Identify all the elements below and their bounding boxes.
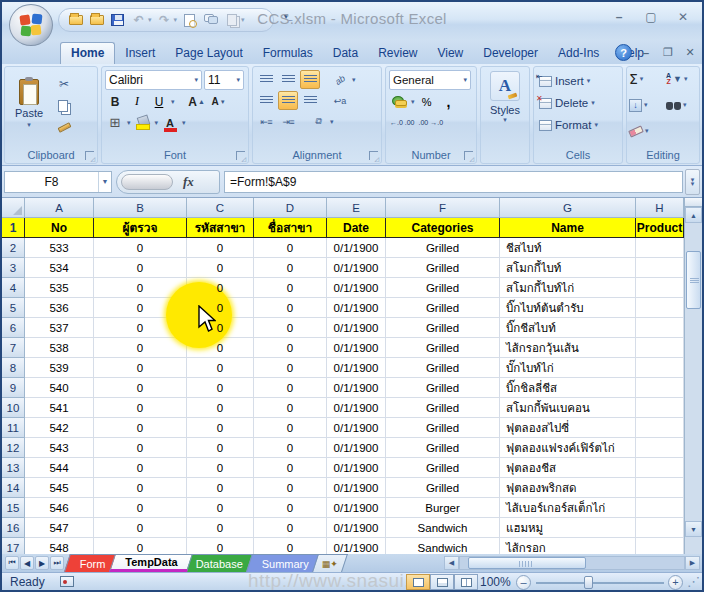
cell-e5[interactable]: 0/1/1900 [327,298,386,318]
cell-d14[interactable]: 0 [254,478,327,498]
cell-e7[interactable]: 0/1/1900 [327,338,386,358]
cell-h14[interactable] [636,478,684,498]
center-button[interactable] [278,91,298,110]
cell-a11[interactable]: 542 [25,418,94,438]
autosum-button[interactable]: Σ▾ [629,69,658,89]
row-header-2[interactable]: 2 [2,238,25,258]
borders-dropdown-arrow[interactable]: ▾ [127,119,131,127]
header-cell-e1[interactable]: Date [327,218,386,238]
page-layout-view-button[interactable] [430,574,454,590]
styles-dropdown-arrow[interactable]: ▾ [503,116,507,124]
cell-c9[interactable]: 0 [187,378,254,398]
row-header-13[interactable]: 13 [2,458,25,478]
fill-button[interactable]: ↓▾ [629,95,658,115]
find-select-button[interactable]: ▾ [666,95,697,115]
row-header-16[interactable]: 16 [2,518,25,538]
merge-center-dropdown-arrow[interactable]: ▾ [330,118,334,126]
cell-a13[interactable]: 544 [25,458,94,478]
styles-group[interactable]: A Styles ▾ [480,66,530,164]
cell-c2[interactable]: 0 [187,238,254,258]
decrease-font-size-button[interactable]: A▼ [209,92,229,111]
cell-h6[interactable] [636,318,684,338]
header-cell-f1[interactable]: Categories [386,218,500,238]
header-cell-b1[interactable]: ผู้ตรวจ [94,218,187,238]
cell-d12[interactable]: 0 [254,438,327,458]
format-cells-button[interactable]: Format▾ [537,114,619,136]
column-header-d[interactable]: D [254,198,327,218]
cell-f2[interactable]: Grilled [386,238,500,258]
cell-b13[interactable]: 0 [94,458,187,478]
sort-filter-button[interactable]: AZ▼▾ [666,69,697,89]
column-header-a[interactable]: A [25,198,94,218]
column-header-g[interactable]: G [500,198,636,218]
normal-view-button[interactable] [406,574,430,590]
row-header-3[interactable]: 3 [2,258,25,278]
column-header-c[interactable]: C [187,198,254,218]
cell-g16[interactable]: แฮมหมู [500,518,636,538]
insert-function-button[interactable]: fx [116,170,220,194]
window-minimize-icon[interactable]: – [638,47,654,59]
cell-g5[interactable]: บิ๊กไบท์ต้นตำรับ [500,298,636,318]
cell-e8[interactable]: 0/1/1900 [327,358,386,378]
cell-b12[interactable]: 0 [94,438,187,458]
cell-f16[interactable]: Sandwich [386,518,500,538]
accounting-format-button[interactable] [389,92,409,111]
cell-a3[interactable]: 534 [25,258,94,278]
ribbon-tab-add-ins[interactable]: Add-Ins [548,43,609,64]
cell-c3[interactable]: 0 [187,258,254,278]
row-header-15[interactable]: 15 [2,498,25,518]
cell-f11[interactable]: Grilled [386,418,500,438]
bottom-align-button[interactable] [300,70,320,89]
cell-c15[interactable]: 0 [187,498,254,518]
cell-d7[interactable]: 0 [254,338,327,358]
cell-e10[interactable]: 0/1/1900 [327,398,386,418]
cell-h8[interactable] [636,358,684,378]
cell-e11[interactable]: 0/1/1900 [327,418,386,438]
header-cell-c1[interactable]: รหัสสาขา [187,218,254,238]
insert-cells-button[interactable]: ⇤Insert▾ [537,70,619,92]
name-box[interactable]: F8 ▼ [4,171,112,193]
underline-dropdown-arrow[interactable]: ▾ [171,98,175,106]
cell-b8[interactable]: 0 [94,358,187,378]
cell-h2[interactable] [636,238,684,258]
cell-d2[interactable]: 0 [254,238,327,258]
column-header-h[interactable]: H [636,198,684,218]
top-align-button[interactable] [256,70,276,89]
cell-g3[interactable]: สโมกกี้ไบท์ [500,258,636,278]
scroll-right-icon[interactable]: ▶ [685,556,700,570]
cell-g8[interactable]: บั๊กไบท์ไก่ [500,358,636,378]
cell-a12[interactable]: 543 [25,438,94,458]
font-dialog-launcher-icon[interactable] [236,151,245,160]
header-cell-h1[interactable]: Product [636,218,684,238]
cell-e15[interactable]: 0/1/1900 [327,498,386,518]
cell-b7[interactable]: 0 [94,338,187,358]
cell-f5[interactable]: Grilled [386,298,500,318]
scroll-down-icon[interactable]: ▼ [685,521,702,537]
cell-f7[interactable]: Grilled [386,338,500,358]
cell-g10[interactable]: สโมกกี้พันเบคอน [500,398,636,418]
orientation-button[interactable]: ab [330,70,350,89]
cell-c16[interactable]: 0 [187,518,254,538]
cell-g6[interactable]: บิ๊กชีสไบท์ [500,318,636,338]
cell-h5[interactable] [636,298,684,318]
minimize-button[interactable]: – [608,9,630,25]
copy-button[interactable] [54,96,74,115]
cell-e13[interactable]: 0/1/1900 [327,458,386,478]
ribbon-tab-review[interactable]: Review [368,43,427,64]
cell-f17[interactable]: Sandwich [386,538,500,554]
ribbon-tab-developer[interactable]: Developer [473,43,548,64]
cell-c10[interactable]: 0 [187,398,254,418]
middle-align-button[interactable] [278,70,298,89]
zoom-out-button[interactable]: – [516,575,531,590]
row-header-8[interactable]: 8 [2,358,25,378]
vertical-scroll-thumb[interactable] [686,251,701,309]
zoom-slider-thumb[interactable] [584,576,593,589]
cell-f13[interactable]: Grilled [386,458,500,478]
cell-a10[interactable]: 541 [25,398,94,418]
cell-d4[interactable]: 0 [254,278,327,298]
clear-button[interactable]: ▾ [629,121,658,141]
cell-d11[interactable]: 0 [254,418,327,438]
header-cell-a1[interactable]: No [25,218,94,238]
cell-d13[interactable]: 0 [254,458,327,478]
cell-a8[interactable]: 539 [25,358,94,378]
